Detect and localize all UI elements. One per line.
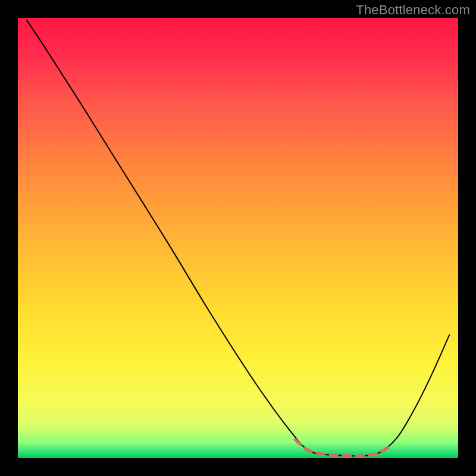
- chart-background: [18, 18, 458, 458]
- watermark-text: TheBottleneck.com: [356, 2, 470, 18]
- bottleneck-chart: [18, 18, 458, 458]
- chart-container: [18, 18, 458, 458]
